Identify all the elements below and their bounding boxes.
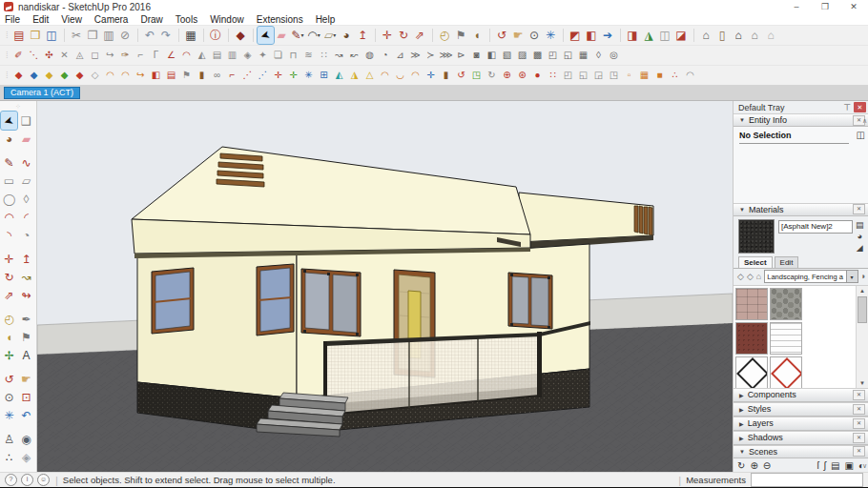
ext-quad2-tool-icon[interactable]: ◱	[561, 47, 576, 64]
close-section-icon[interactable]: ✕	[853, 446, 865, 457]
push-pull-tool-icon[interactable]: ↥	[18, 250, 34, 268]
component-cabinet-icon[interactable]: ▯	[714, 27, 731, 44]
arc-q-tool-icon[interactable]: ◠	[408, 67, 424, 84]
red-brick-swatch[interactable]	[735, 322, 768, 355]
rotate-tool-icon[interactable]: ↻	[1, 268, 17, 286]
ext-panel-tool-icon[interactable]: ❏	[271, 47, 286, 64]
dropdown-arrow-icon[interactable]: ▾	[318, 27, 320, 44]
orange-dotted-square-tool-icon[interactable]: ▫	[622, 67, 637, 84]
new-file-icon[interactable]: ▤	[11, 27, 28, 44]
open-file-icon[interactable]: ❒	[28, 27, 44, 44]
view-front-icon[interactable]: ◨	[625, 27, 641, 44]
protractor-tool-icon[interactable]: ◖	[1, 328, 17, 346]
blue-grid-tool-icon[interactable]: ⊞	[317, 67, 332, 84]
collapse-arrow-icon[interactable]: ▼	[739, 449, 745, 455]
tray-scroll-up-icon[interactable]: ∧	[862, 117, 867, 125]
arc-tool-icon[interactable]: ◠▾	[306, 27, 322, 44]
materials-tab[interactable]: Select	[738, 256, 773, 268]
ext-arc-tool-icon[interactable]: ◠	[179, 47, 195, 64]
paint-sample-icon[interactable]: ◖	[469, 27, 486, 44]
toggle-terrain-icon[interactable]: ◫	[657, 27, 673, 44]
add-scene-icon[interactable]: ⊕	[750, 460, 757, 471]
scroll-down-icon[interactable]: ▼	[859, 378, 865, 388]
ext-angle-tool-icon[interactable]: Γ	[149, 47, 164, 64]
ext-quad1-tool-icon[interactable]: ◰	[546, 47, 561, 64]
tape-measure-icon[interactable]: ◴	[437, 27, 453, 44]
remove-scene-icon[interactable]: ⊖	[763, 460, 771, 471]
blue-cross-tool-icon[interactable]: ✛	[424, 67, 439, 84]
flag-tool-icon[interactable]: ⚑	[179, 67, 195, 84]
collapse-arrow-icon[interactable]: ▼	[739, 207, 745, 213]
print-icon[interactable]: ▦	[183, 27, 199, 44]
red-u-tool-icon[interactable]: ↺	[454, 67, 469, 84]
show-details-icon[interactable]: ▣	[845, 460, 854, 471]
ext-path-tool-icon[interactable]: ↝	[332, 47, 347, 64]
dropdown-arrow-icon[interactable]: ▾	[846, 271, 858, 282]
model-info-icon[interactable]: ⓘ	[208, 27, 224, 44]
wire-fence-swatch[interactable]	[770, 322, 802, 355]
ext-arrow4-tool-icon[interactable]: ⋙	[439, 47, 454, 64]
paint-drop-icon[interactable]: ◆	[233, 27, 249, 44]
paint-bucket-icon[interactable]: ◕	[1, 130, 17, 148]
red-array-tool-icon[interactable]: ∷	[546, 67, 561, 84]
expand-arrow-icon[interactable]: ▶	[739, 420, 744, 427]
rotate-tool-icon[interactable]: ↻	[396, 27, 412, 44]
ext-protract-tool-icon[interactable]: ∠	[164, 47, 179, 64]
measurements-input[interactable]	[751, 473, 863, 487]
house-outline-view-icon[interactable]: ⌂	[763, 27, 779, 44]
ext-array-tool-icon[interactable]: ∷	[317, 47, 332, 64]
dimension-tool-icon[interactable]: ✒	[18, 310, 34, 328]
ext-corner-tool-icon[interactable]: ⌐	[134, 47, 149, 64]
toolbar-grip[interactable]: ⁞	[6, 30, 8, 40]
menu-item[interactable]: Window	[210, 14, 244, 25]
orbit-tool-icon[interactable]: ↺	[494, 27, 510, 44]
zoom-extents-icon[interactable]: ✳	[543, 27, 559, 44]
materials-scrollbar[interactable]: ▲ ▼	[856, 286, 868, 388]
in-model-icon[interactable]: ⌂	[756, 272, 761, 281]
ext-mesh-tool-icon[interactable]: ▦	[576, 47, 591, 64]
menu-item[interactable]: View	[61, 14, 82, 25]
ext-flip-tool-icon[interactable]: ↪	[103, 47, 118, 64]
view-iso-icon[interactable]: ◩	[568, 27, 584, 44]
paint-bucket-icon[interactable]: ◕	[339, 27, 355, 44]
arc-tool-icon[interactable]: ◠	[1, 208, 17, 226]
chainlink-red-swatch[interactable]	[770, 356, 802, 388]
add-location-icon[interactable]: ◮	[641, 27, 657, 44]
section-plane-icon[interactable]: ◈	[18, 448, 34, 466]
expand-arrow-icon[interactable]: ▶	[739, 392, 744, 398]
create-material-icon[interactable]: ◕	[858, 231, 862, 242]
ext-gem-tool-icon[interactable]: ◈	[240, 47, 256, 64]
view-top-icon[interactable]: ◧	[584, 27, 600, 44]
ext-pie-tool-icon[interactable]: ◔	[378, 47, 393, 64]
export-model-icon[interactable]: ➔	[600, 27, 616, 44]
expand-arrow-icon[interactable]: ▶	[739, 435, 744, 441]
teal-drop-tool-icon[interactable]: ◭	[332, 67, 347, 84]
fence-box3-tool-icon[interactable]: ◲	[591, 67, 607, 84]
paste-icon[interactable]: ▥	[101, 27, 117, 44]
scale-tool-icon[interactable]: ⇗	[1, 286, 17, 304]
ext-play-tool-icon[interactable]: ⊳	[454, 47, 469, 64]
scene-down-icon[interactable]: ſ	[817, 460, 819, 471]
ext-target-tool-icon[interactable]: ◙	[469, 47, 485, 64]
fence-box4-tool-icon[interactable]: ◳	[607, 67, 622, 84]
pavers-swatch[interactable]	[735, 288, 768, 320]
orange-solid-square-tool-icon[interactable]: ■	[652, 67, 668, 84]
look-around-icon[interactable]: ◉	[18, 430, 34, 448]
eraser-tool-icon[interactable]: ▰	[18, 130, 34, 148]
zoom-tool-icon[interactable]: ⊙	[1, 388, 17, 406]
collection-dropdown[interactable]: Landscaping, Fencing a ▾	[764, 270, 858, 283]
polygon-tool-icon[interactable]: ◊	[18, 190, 34, 208]
save-file-icon[interactable]: ◫	[44, 27, 60, 44]
ext-weld-tool-icon[interactable]: ✣	[42, 47, 57, 64]
red-dots-path-tool-icon[interactable]: ⋰	[240, 67, 256, 84]
ext-fill-tool-icon[interactable]: ▥	[225, 47, 240, 64]
ext-triangle-tool-icon[interactable]: ⊿	[393, 47, 408, 64]
red-dot-box-tool-icon[interactable]: ●	[530, 67, 546, 84]
green-box-arrow-tool-icon[interactable]: ◳	[469, 67, 485, 84]
lined-box-tool-icon[interactable]: ▤	[164, 67, 179, 84]
ext-hatch1-tool-icon[interactable]: ▧	[500, 47, 515, 64]
ext-half-tool-icon[interactable]: ◧	[485, 47, 500, 64]
zoom-tool-icon[interactable]: ⊙	[527, 27, 543, 44]
close-section-icon[interactable]: ✕	[853, 204, 865, 214]
gray-arc-arrow-tool-icon[interactable]: ◠	[683, 67, 698, 84]
